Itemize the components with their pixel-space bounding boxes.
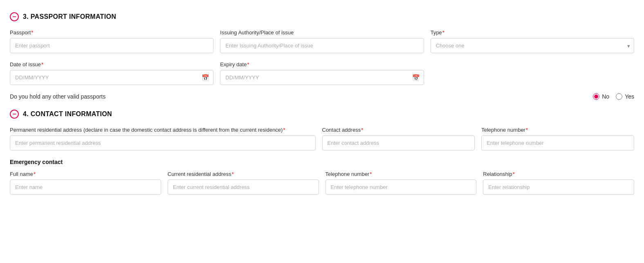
full-name-required: * — [34, 171, 36, 177]
passport-field-group: Passport* — [10, 29, 213, 53]
other-passports-row: Do you hold any other valid passports No… — [10, 93, 634, 100]
expiry-date-required: * — [247, 61, 249, 67]
expiry-date-wrapper: 📅 — [220, 70, 424, 85]
contact-address-required: * — [361, 127, 363, 133]
issuing-authority-field-group: Issuing Authority/Place of issue — [220, 29, 424, 53]
telephone-number-field-group: Telephone number* — [481, 127, 634, 151]
contact-address-label: Contact address* — [322, 127, 475, 133]
date-of-issue-field-group: Date of issue* 📅 — [10, 61, 213, 85]
current-residential-address-label: Current residential address* — [168, 171, 319, 177]
passport-section-title: 3. PASSPORT INFORMATION — [23, 13, 116, 20]
passport-section-header: − 3. PASSPORT INFORMATION — [10, 12, 634, 21]
date-of-issue-wrapper: 📅 — [10, 70, 213, 85]
date-of-issue-required: * — [41, 61, 43, 67]
passport-collapse-icon[interactable]: − — [10, 12, 19, 21]
date-of-issue-input[interactable] — [10, 70, 213, 85]
permanent-address-label: Permanent residential address (declare i… — [10, 127, 316, 133]
other-passports-radio-group: No Yes — [593, 93, 634, 100]
issuing-authority-label: Issuing Authority/Place of issue — [220, 29, 424, 36]
type-select-wrapper: Choose one ▾ — [431, 38, 634, 53]
current-residential-address-field-group: Current residential address* — [168, 171, 319, 195]
type-field-group: Type* Choose one ▾ — [431, 29, 634, 53]
emergency-telephone-required: * — [370, 171, 372, 177]
passport-row-2: Date of issue* 📅 Expiry date* 📅 — [10, 61, 634, 85]
radio-no-text: No — [602, 93, 609, 100]
other-passports-question: Do you hold any other valid passports — [10, 93, 105, 100]
relationship-label: Relationship* — [483, 171, 634, 177]
expiry-date-spacer — [431, 61, 634, 85]
current-residential-address-required: * — [232, 171, 234, 177]
emergency-telephone-input[interactable] — [325, 180, 477, 195]
type-label: Type* — [431, 29, 634, 36]
radio-yes-text: Yes — [625, 93, 634, 100]
date-of-issue-label: Date of issue* — [10, 61, 213, 67]
passport-row-1: Passport* Issuing Authority/Place of iss… — [10, 29, 634, 53]
type-required: * — [442, 29, 444, 36]
relationship-required: * — [513, 171, 515, 177]
emergency-telephone-label: Telephone number* — [325, 171, 477, 177]
expiry-date-field-group: Expiry date* 📅 — [220, 61, 424, 85]
emergency-contact-label: Emergency contact — [10, 159, 634, 165]
relationship-input[interactable] — [483, 180, 634, 195]
contact-collapse-icon[interactable]: − — [10, 110, 19, 119]
contact-section-header: − 4. CONTACT INFORMATION — [10, 110, 634, 119]
expiry-date-input[interactable] — [220, 70, 424, 85]
telephone-number-label: Telephone number* — [481, 127, 634, 133]
telephone-number-input[interactable] — [481, 135, 634, 151]
passport-label: Passport* — [10, 29, 213, 36]
issuing-authority-input[interactable] — [220, 38, 424, 53]
radio-no-input[interactable] — [593, 93, 599, 100]
radio-no-label[interactable]: No — [593, 93, 609, 100]
emergency-contact-row: Full name* Current residential address* … — [10, 171, 634, 195]
passport-input[interactable] — [10, 38, 213, 53]
radio-yes-input[interactable] — [616, 93, 622, 100]
telephone-number-required: * — [526, 127, 528, 133]
radio-yes-label[interactable]: Yes — [616, 93, 634, 100]
emergency-telephone-field-group: Telephone number* — [325, 171, 477, 195]
full-name-input[interactable] — [10, 180, 161, 195]
expiry-date-label: Expiry date* — [220, 61, 424, 67]
full-name-label: Full name* — [10, 171, 161, 177]
contact-section-title: 4. CONTACT INFORMATION — [23, 110, 112, 118]
passport-required: * — [31, 29, 33, 36]
relationship-field-group: Relationship* — [483, 171, 634, 195]
current-residential-address-input[interactable] — [168, 180, 319, 195]
permanent-address-input[interactable] — [10, 135, 316, 151]
contact-address-field-group: Contact address* — [322, 127, 475, 151]
type-select[interactable]: Choose one — [431, 38, 634, 53]
contact-row-1: Permanent residential address (declare i… — [10, 127, 634, 151]
permanent-address-field-group: Permanent residential address (declare i… — [10, 127, 316, 151]
contact-address-input[interactable] — [322, 135, 475, 151]
full-name-field-group: Full name* — [10, 171, 161, 195]
permanent-address-required: * — [283, 127, 285, 133]
